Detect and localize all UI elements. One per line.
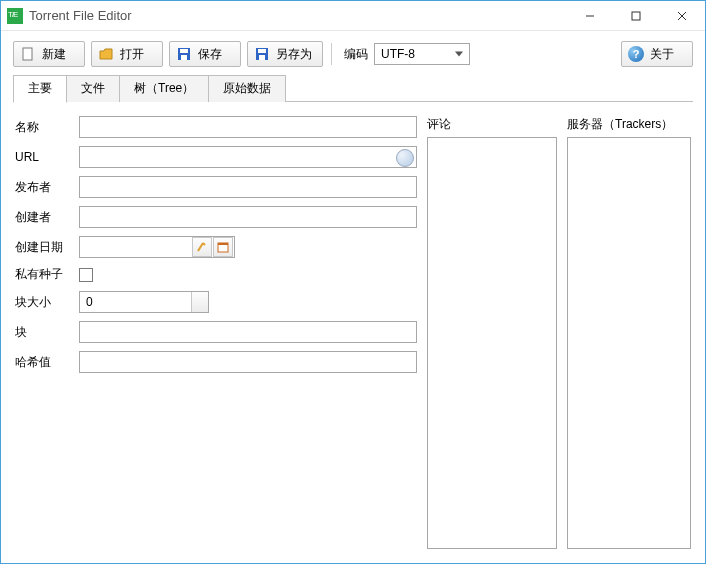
save-label: 保存	[198, 46, 222, 63]
spin-down-icon[interactable]	[198, 304, 204, 308]
saveas-label: 另存为	[276, 46, 312, 63]
svg-rect-10	[259, 55, 265, 60]
svg-rect-4	[23, 48, 32, 60]
encoding-value: UTF-8	[381, 47, 415, 61]
created-date-field[interactable]	[79, 236, 235, 258]
titlebar: Torrent File Editor	[1, 1, 705, 31]
about-label: 关于	[650, 46, 674, 63]
svg-rect-12	[218, 243, 228, 245]
folder-open-icon	[98, 46, 114, 62]
tab-raw[interactable]: 原始数据	[208, 75, 286, 102]
comments-label: 评论	[427, 116, 557, 133]
tab-tree[interactable]: 树（Tree）	[119, 75, 209, 102]
name-label: 名称	[15, 119, 73, 136]
hash-input[interactable]	[79, 351, 417, 373]
private-label: 私有种子	[15, 266, 73, 283]
maximize-button[interactable]	[613, 1, 659, 30]
pieces-label: 块	[15, 324, 73, 341]
comments-column: 评论	[427, 116, 557, 549]
trackers-label: 服务器（Trackers）	[567, 116, 691, 133]
piece-size-label: 块大小	[15, 294, 73, 311]
creator-input[interactable]	[79, 206, 417, 228]
piece-size-value: 0	[86, 295, 93, 309]
open-label: 打开	[120, 46, 144, 63]
window-controls	[567, 1, 705, 30]
open-button[interactable]: 打开	[91, 41, 163, 67]
save-icon	[176, 46, 192, 62]
help-icon: ?	[628, 46, 644, 62]
saveas-button[interactable]: 另存为	[247, 41, 323, 67]
url-input[interactable]	[79, 146, 417, 168]
saveas-icon	[254, 46, 270, 62]
calendar-button[interactable]	[213, 237, 233, 257]
pieces-input[interactable]	[79, 321, 417, 343]
app-window: Torrent File Editor 新建	[0, 0, 706, 564]
save-button[interactable]: 保存	[169, 41, 241, 67]
new-label: 新建	[42, 46, 66, 63]
trackers-list[interactable]	[567, 137, 691, 549]
toolbar-separator	[331, 43, 332, 65]
file-icon	[20, 46, 36, 62]
created-date-label: 创建日期	[15, 239, 73, 256]
creator-label: 创建者	[15, 209, 73, 226]
private-checkbox[interactable]	[79, 268, 93, 282]
url-label: URL	[15, 150, 73, 164]
tab-main[interactable]: 主要	[13, 75, 67, 103]
svg-rect-9	[258, 49, 266, 53]
encoding-select[interactable]: UTF-8	[374, 43, 470, 65]
main-content: 名称 URL 发布者 创建者 创建日期	[1, 102, 705, 563]
name-input[interactable]	[79, 116, 417, 138]
trackers-column: 服务器（Trackers）	[567, 116, 691, 549]
tab-files[interactable]: 文件	[66, 75, 120, 102]
svg-rect-7	[181, 55, 187, 60]
encoding-label: 编码	[344, 46, 368, 63]
tab-bar: 主要 文件 树（Tree） 原始数据	[1, 75, 705, 102]
toolbar: 新建 打开 保存 另存为 编码	[1, 31, 705, 75]
svg-rect-6	[180, 49, 188, 53]
publisher-label: 发布者	[15, 179, 73, 196]
close-button[interactable]	[659, 1, 705, 30]
minimize-button[interactable]	[567, 1, 613, 30]
about-button[interactable]: ? 关于	[621, 41, 693, 67]
app-icon	[7, 8, 23, 24]
svg-rect-1	[632, 12, 640, 20]
new-button[interactable]: 新建	[13, 41, 85, 67]
spin-up-icon[interactable]	[198, 296, 204, 300]
clear-date-button[interactable]	[192, 237, 212, 257]
hash-label: 哈希值	[15, 354, 73, 371]
url-go-icon[interactable]	[396, 149, 414, 167]
window-title: Torrent File Editor	[29, 8, 567, 23]
comments-textarea[interactable]	[427, 137, 557, 549]
publisher-input[interactable]	[79, 176, 417, 198]
piece-size-input[interactable]: 0	[79, 291, 209, 313]
form-column: 名称 URL 发布者 创建者 创建日期	[15, 116, 417, 549]
